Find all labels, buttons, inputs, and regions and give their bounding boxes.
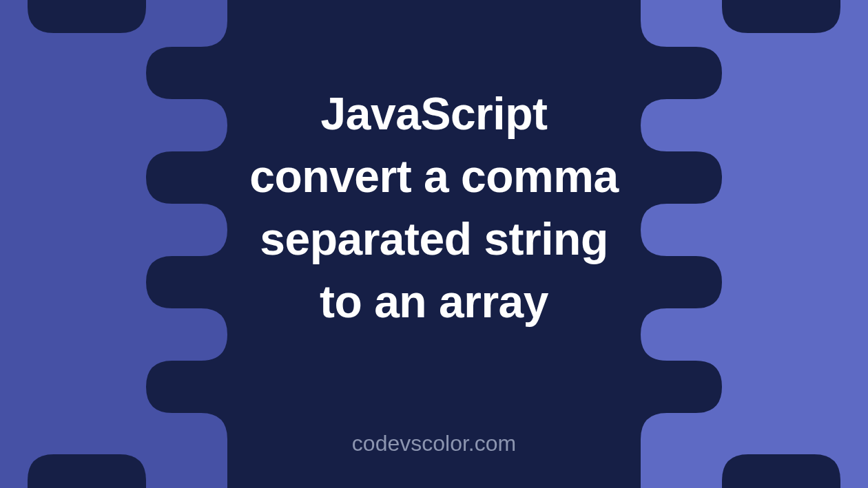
headline-line-2: convert a comma xyxy=(0,145,868,208)
headline-line-4: to an array xyxy=(0,270,868,333)
headline-line-3: separated string xyxy=(0,208,868,270)
headline-line-1: JavaScript xyxy=(0,83,868,145)
attribution: codevscolor.com xyxy=(0,431,868,456)
headline: JavaScript convert a comma separated str… xyxy=(0,83,868,333)
